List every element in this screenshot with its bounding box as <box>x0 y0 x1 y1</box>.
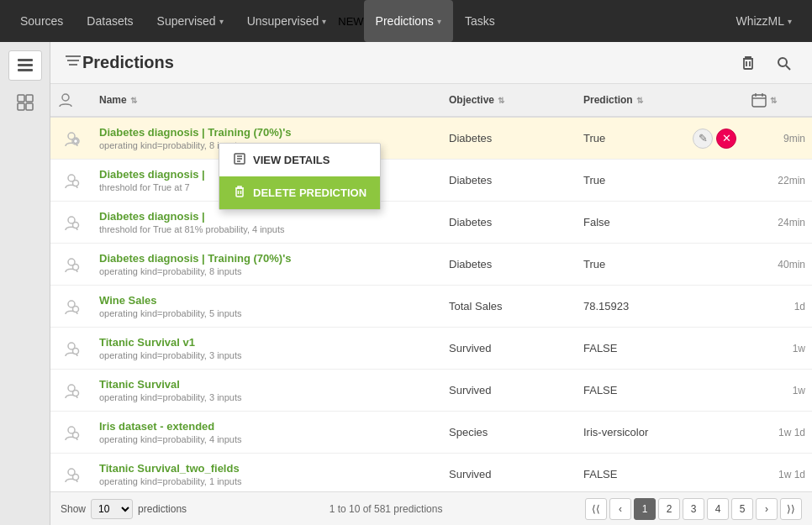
row-objective-4: Total Sales <box>442 300 577 312</box>
header-date[interactable]: ⇅ <box>745 92 812 108</box>
row-name-6[interactable]: Titanic Survival <box>99 378 435 391</box>
row-icon-4 <box>50 297 92 316</box>
row-prediction-3: True <box>577 258 745 270</box>
sidebar-grid-view[interactable] <box>8 87 42 118</box>
table-row: Titanic Survival operating kind=probabil… <box>50 370 812 412</box>
delete-prediction-item[interactable]: DELETE PREDICTION <box>219 176 380 209</box>
row-sub-2: threshold for True at 81% probability, 4… <box>99 224 435 234</box>
close-button-0[interactable]: ✕ <box>716 129 736 149</box>
row-sub-6: operating kind=probability, 3 inputs <box>99 392 435 402</box>
pagination-info: 1 to 10 of 581 predictions <box>187 503 585 515</box>
svg-rect-0 <box>18 59 33 61</box>
row-objective-7: Species <box>442 426 577 438</box>
page-3-button[interactable]: 3 <box>683 498 704 520</box>
name-sort-icon[interactable]: ⇅ <box>130 96 137 105</box>
sidebar-list-view[interactable] <box>8 50 42 81</box>
row-prediction-7: Iris-versicolor <box>577 426 745 438</box>
row-name-3[interactable]: Diabetes diagnosis | Training (70%)'s <box>99 252 435 265</box>
row-prediction-4: 78.15923 <box>577 300 745 312</box>
objective-sort-icon[interactable]: ⇅ <box>498 96 504 105</box>
row-objective-3: Diabetes <box>442 258 577 270</box>
account-chevron-icon: ▾ <box>788 17 792 26</box>
date-sort-icon[interactable]: ⇅ <box>770 96 777 105</box>
svg-point-37 <box>73 306 79 312</box>
svg-point-35 <box>73 264 79 270</box>
search-button[interactable] <box>768 48 799 78</box>
svg-point-22 <box>74 139 78 143</box>
page-5-button[interactable]: 5 <box>731 498 753 520</box>
page-1-button[interactable]: 1 <box>634 498 656 520</box>
page-4-button[interactable]: 4 <box>707 498 729 520</box>
delete-icon <box>233 185 246 201</box>
row-name-col-8: Titanic Survival_two_fields operating ki… <box>92 457 442 491</box>
svg-point-31 <box>73 180 79 186</box>
svg-rect-27 <box>236 188 243 197</box>
view-details-item[interactable]: VIEW DETAILS <box>219 144 380 176</box>
table-row: Titanic Survival v1 operating kind=proba… <box>50 328 812 370</box>
nav-tasks[interactable]: Tasks <box>453 0 507 42</box>
unsupervised-chevron-icon: ▾ <box>322 17 326 26</box>
table-row: Wine Sales operating kind=probability, 5… <box>50 286 812 328</box>
row-name-col-6: Titanic Survival operating kind=probabil… <box>92 373 442 407</box>
main-content: Predictions <box>0 42 812 525</box>
row-icon-1 <box>50 171 92 190</box>
show-select[interactable]: 10 25 50 <box>91 499 133 519</box>
row-icon-5 <box>50 339 92 358</box>
table-row: Diabetes diagnosis | threshold for True … <box>50 160 812 202</box>
page-first-button[interactable]: ⟨⟨ <box>585 498 607 520</box>
row-name-5[interactable]: Titanic Survival v1 <box>99 336 435 349</box>
row-name-0[interactable]: Diabetes diagnosis | Training (70%)'s <box>99 126 435 139</box>
table-header: Name ⇅ Objective ⇅ Prediction ⇅ ⇅ <box>50 84 812 118</box>
top-navigation: Sources Datasets Supervised ▾ Unsupervis… <box>0 0 812 42</box>
row-objective-0: Diabetes <box>442 132 577 144</box>
new-badge: NEW <box>338 15 363 28</box>
row-name-4[interactable]: Wine Sales <box>99 294 435 307</box>
predictions-label: predictions <box>138 503 187 515</box>
svg-rect-16 <box>752 95 766 107</box>
row-icon-8 <box>50 465 92 484</box>
row-time-4: 1d <box>745 301 812 312</box>
show-label: Show <box>61 503 86 515</box>
row-icon-0 <box>50 129 92 148</box>
row-sub-3: operating kind=probability, 8 inputs <box>99 266 435 276</box>
page-next-button[interactable]: › <box>756 498 778 520</box>
svg-rect-5 <box>18 103 24 110</box>
edit-button-0[interactable]: ✎ <box>693 129 713 149</box>
predictions-chevron-icon: ▾ <box>437 17 441 26</box>
row-name-col-2: Diabetes diagnosis | threshold for True … <box>92 205 442 239</box>
row-sub-7: operating kind=probability, 4 inputs <box>99 434 435 444</box>
filter-icon <box>64 52 82 74</box>
svg-rect-6 <box>26 103 33 110</box>
row-name-8[interactable]: Titanic Survival_two_fields <box>99 462 435 475</box>
page-prev-button[interactable]: ‹ <box>609 498 631 520</box>
header-name[interactable]: Name ⇅ <box>92 94 442 106</box>
header-objective[interactable]: Objective ⇅ <box>442 94 577 106</box>
nav-account[interactable]: WhizzML ▾ <box>724 0 804 42</box>
row-time-1: 22min <box>745 175 812 186</box>
svg-point-13 <box>778 58 787 66</box>
page-2-button[interactable]: 2 <box>658 498 680 520</box>
svg-rect-3 <box>18 95 24 102</box>
row-icon-7 <box>50 423 92 442</box>
nav-sources[interactable]: Sources <box>8 0 75 42</box>
delete-button[interactable] <box>733 48 763 78</box>
header-prediction[interactable]: Prediction ⇅ <box>577 94 745 106</box>
nav-predictions[interactable]: Predictions ▾ <box>364 0 453 42</box>
row-prediction-8: FALSE <box>577 468 745 480</box>
svg-point-43 <box>73 432 79 438</box>
table-row: Iris dataset - extended operating kind=p… <box>50 412 812 454</box>
row-icon-6 <box>50 381 92 400</box>
context-menu: VIEW DETAILS <box>219 143 381 210</box>
svg-line-14 <box>786 66 790 70</box>
prediction-sort-icon[interactable]: ⇅ <box>636 96 643 105</box>
right-panel: Predictions <box>50 42 812 525</box>
nav-datasets[interactable]: Datasets <box>75 0 145 42</box>
svg-point-45 <box>73 474 79 480</box>
page-last-button[interactable]: ⟩⟩ <box>780 498 802 520</box>
row-name-7[interactable]: Iris dataset - extended <box>99 420 435 433</box>
row-name-2[interactable]: Diabetes diagnosis | <box>99 210 435 223</box>
nav-supervised[interactable]: Supervised ▾ <box>145 0 235 42</box>
nav-unsupervised[interactable]: Unsupervised ▾ NEW <box>235 0 364 42</box>
row-icon-2 <box>50 213 92 232</box>
row-sub-5: operating kind=probability, 3 inputs <box>99 350 435 360</box>
